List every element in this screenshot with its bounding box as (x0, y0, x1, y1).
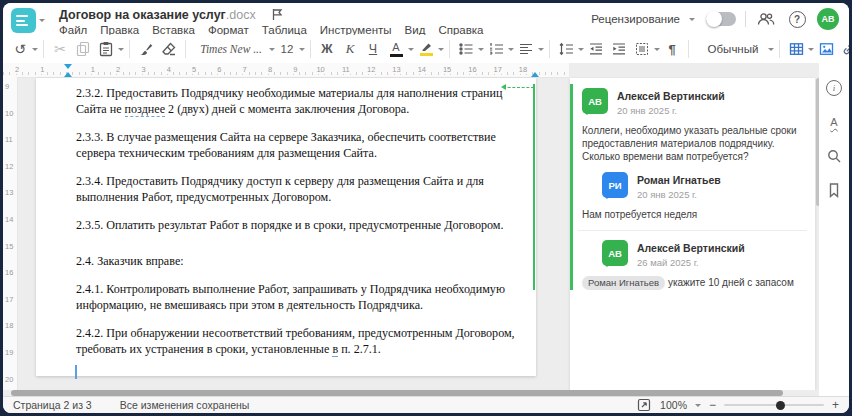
logo-caret-icon[interactable] (39, 19, 45, 25)
font-size-select[interactable]: 12 (276, 38, 298, 60)
toolbar-separator (449, 40, 450, 58)
paragraph-2-4-2[interactable]: 2.4.2. При обнаружении несоответствий тр… (76, 325, 528, 357)
user-avatar[interactable]: АВ (817, 8, 839, 30)
comment-thread-root[interactable]: АВ Алексей Вертинский 20 янв 2025 г. Кол… (582, 88, 803, 163)
ruler-number: 2 (114, 65, 122, 74)
formatting-toolbar: ↺ ✂ Times New ... 12 Ж К Ч А (3, 35, 849, 64)
undo-caret-icon[interactable] (32, 48, 38, 54)
paragraph-style-select[interactable]: Обычный (694, 38, 767, 60)
table-caret-icon[interactable] (808, 48, 814, 54)
paragraph-2-3-4[interactable]: 2.3.4. Предоставить Подрядчику доступ к … (76, 173, 528, 205)
italic-button[interactable]: К (339, 38, 361, 60)
format-painter-button[interactable] (135, 38, 157, 60)
increase-indent-button[interactable] (608, 38, 630, 60)
paragraph-settings-caret-icon[interactable] (654, 48, 660, 54)
comment-anchor-text[interactable]: позднее (125, 102, 165, 117)
horizontal-ruler[interactable]: 21123456789101112131415161718 (3, 63, 569, 78)
ruler-number: 19 (5, 348, 13, 357)
ruler-number: 9 (5, 82, 9, 91)
zoom-value[interactable]: 100% (660, 399, 687, 411)
decrease-indent-button[interactable] (585, 38, 607, 60)
line-spacing-caret-icon[interactable] (578, 48, 584, 54)
copy-button[interactable] (72, 38, 94, 60)
nonprinting-chars-button[interactable]: ¶ (661, 38, 683, 60)
insert-image-button[interactable] (815, 38, 837, 60)
paragraph-2-3-2[interactable]: 2.3.2. Предоставить Подрядчику необходим… (76, 85, 528, 117)
undo-button[interactable]: ↺ (9, 38, 31, 60)
ruler-number: 20 (5, 375, 13, 384)
comments-panel[interactable]: АВ Алексей Вертинский 20 янв 2025 г. Кол… (570, 78, 815, 390)
numbered-list-caret-icon[interactable] (508, 48, 514, 54)
comment-reply[interactable]: АВ Алексей Вертинский 26 май 2025 г. Ром… (582, 240, 803, 289)
review-mode-label[interactable]: Рецензирование (591, 13, 680, 25)
active-comment-indicator (570, 84, 573, 290)
vertical-ruler[interactable]: 91011121314151617181920 (3, 77, 18, 390)
toolbar-separator (310, 40, 311, 58)
style-caret-icon[interactable] (768, 48, 774, 54)
zoom-slider[interactable] (724, 404, 824, 406)
highlight-color-button[interactable] (415, 38, 437, 60)
page-indicator[interactable]: Страница 2 из 3 (13, 399, 92, 411)
comment-divider (578, 230, 807, 231)
review-change-indicator (533, 84, 535, 290)
bold-button[interactable]: Ж (316, 38, 338, 60)
toolbar-separator (688, 40, 689, 58)
zoom-out-button[interactable]: − (709, 399, 716, 411)
line-spacing-button[interactable] (555, 38, 577, 60)
document-extension: .docx (226, 8, 256, 22)
comment-author: Алексей Вертинский (637, 240, 745, 254)
comment-connector-line (503, 87, 534, 88)
insert-table-button[interactable] (785, 38, 807, 60)
font-color-button[interactable]: А (385, 38, 407, 60)
review-caret-icon[interactable] (689, 18, 695, 24)
mention-chip[interactable]: Роман Игнатьев (582, 276, 665, 290)
paragraph-2-3-5[interactable]: 2.3.5. Оплатить результат Работ в порядк… (76, 217, 528, 233)
review-toggle[interactable] (706, 12, 736, 26)
paragraph-2-4-1[interactable]: 2.4.1. Контролировать выполнение Работ, … (76, 281, 528, 313)
paragraph-settings-button[interactable] (631, 38, 653, 60)
comment-date: 20 янв 2025 г. (617, 105, 725, 116)
comment-reply[interactable]: РИ Роман Игнатьев 20 янв 2025 г. Нам пот… (582, 172, 803, 221)
paragraph-2-3-3[interactable]: 2.3.3. В случае размещения Сайта на серв… (76, 129, 528, 161)
align-caret-icon[interactable] (538, 48, 544, 54)
collaboration-users-icon[interactable] (755, 8, 777, 30)
numbered-list-button[interactable] (485, 38, 507, 60)
font-size-caret-icon[interactable] (299, 48, 305, 54)
toolbar-separator (43, 40, 44, 58)
favorite-flag-icon[interactable] (271, 8, 283, 24)
app-logo-button[interactable] (11, 8, 36, 33)
zoom-caret-icon[interactable] (695, 404, 701, 410)
font-name-caret-icon[interactable] (269, 48, 275, 54)
left-indent-marker[interactable] (64, 68, 72, 77)
help-button[interactable]: ? (786, 8, 808, 30)
clear-style-eraser-button[interactable] (158, 38, 180, 60)
document-title: Договор на оказание услуг.docx (59, 8, 283, 24)
ruler-number: 1 (38, 65, 46, 74)
paste-caret-icon[interactable] (118, 48, 124, 54)
font-color-caret-icon[interactable] (408, 48, 414, 54)
spellcheck-icon[interactable]: А (823, 111, 845, 133)
font-name-select[interactable]: Times New ... (191, 38, 268, 60)
about-info-icon[interactable]: i (823, 77, 845, 99)
ruler-number: 16 (466, 65, 478, 74)
zoom-slider-knob[interactable] (776, 401, 785, 410)
underline-button[interactable]: Ч (362, 38, 384, 60)
right-indent-marker[interactable] (531, 68, 539, 77)
zoom-in-button[interactable]: + (832, 399, 839, 411)
highlight-caret-icon[interactable] (438, 48, 444, 54)
fit-width-icon[interactable] (636, 397, 652, 413)
paste-button[interactable] (95, 38, 117, 60)
cut-button[interactable]: ✂ (49, 38, 71, 60)
bookmark-icon[interactable] (823, 179, 845, 201)
insert-link-button[interactable] (838, 38, 849, 60)
document-text[interactable]: 2.3.2. Предоставить Подрядчику необходим… (76, 85, 528, 369)
paragraph-2-4[interactable]: 2.4. Заказчик вправе: (76, 253, 528, 269)
ruler-number: 3 (139, 65, 147, 74)
bullet-list-caret-icon[interactable] (478, 48, 484, 54)
ruler-number: 2 (13, 65, 21, 74)
bullet-list-button[interactable] (455, 38, 477, 60)
right-sidebar-rail: i А (819, 63, 849, 390)
align-left-button[interactable] (515, 38, 537, 60)
document-page[interactable]: 2.3.2. Предоставить Подрядчику необходим… (36, 78, 536, 376)
search-icon[interactable] (823, 145, 845, 167)
